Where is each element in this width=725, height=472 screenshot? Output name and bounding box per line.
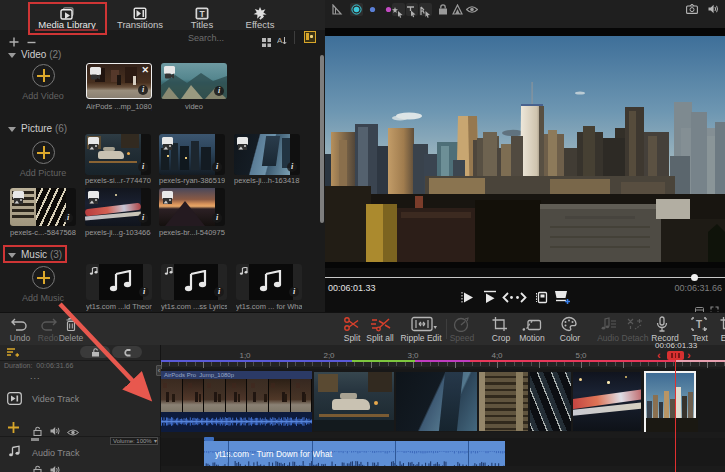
svg-text:T: T [696, 319, 702, 330]
svg-text:T: T [199, 9, 205, 19]
svg-text:A: A [277, 36, 283, 45]
